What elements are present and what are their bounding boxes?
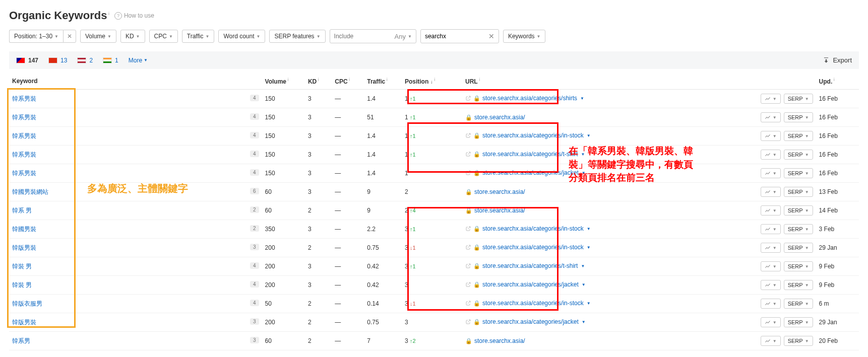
- chart-button[interactable]: ▼: [761, 150, 781, 160]
- keyword-link[interactable]: 韓系男裝: [12, 132, 36, 139]
- chart-button[interactable]: ▼: [761, 131, 781, 141]
- filter-traffic[interactable]: Traffic▼: [182, 30, 215, 43]
- keyword-link[interactable]: 韓裝 男: [12, 263, 32, 270]
- keyword-link[interactable]: 韓版衣服男: [12, 300, 42, 307]
- url-link[interactable]: 🔒 store.searchx.asia/: [465, 337, 525, 344]
- keyword-badge: 4: [250, 151, 259, 157]
- cell-position: 2: [402, 183, 450, 201]
- filter-position-clear[interactable]: ✕: [63, 30, 76, 43]
- filter-position[interactable]: Position: 1–30▼: [9, 30, 63, 43]
- keyword-link[interactable]: 韓國男裝: [12, 226, 36, 233]
- cell-upd: 29 Jan: [816, 239, 859, 257]
- serp-button[interactable]: SERP ▼: [784, 280, 813, 290]
- url-link[interactable]: 🔒 store.searchx.asia/: [465, 207, 525, 214]
- col-volume[interactable]: Volume i: [262, 73, 305, 90]
- col-upd[interactable]: Upd. i: [816, 73, 859, 90]
- chart-button[interactable]: ▼: [761, 94, 781, 104]
- serp-button[interactable]: SERP ▼: [784, 224, 813, 234]
- chart-button[interactable]: ▼: [761, 112, 781, 122]
- country-hk[interactable]: 13: [48, 57, 67, 64]
- filter-keywords[interactable]: Keywords▼: [503, 30, 546, 43]
- chart-button[interactable]: ▼: [761, 187, 781, 197]
- url-link[interactable]: 🔒 store.searchx.asia/categories/in-stock…: [465, 244, 591, 251]
- col-position[interactable]: Position ↓ i: [402, 73, 450, 90]
- cell-cpc: —: [332, 220, 364, 239]
- url-link[interactable]: 🔒 store.searchx.asia/categories/in-stock…: [465, 225, 591, 232]
- url-link[interactable]: 🔒 store.searchx.asia/categories/jacket ▼: [465, 318, 586, 325]
- chart-button[interactable]: ▼: [761, 243, 781, 253]
- keyword-link[interactable]: 韓系男: [12, 337, 30, 344]
- keyword-link[interactable]: 韓版男裝: [12, 319, 36, 326]
- cell-traffic: 1.4: [364, 146, 402, 164]
- serp-button[interactable]: SERP ▼: [784, 94, 813, 104]
- chart-button[interactable]: ▼: [761, 261, 781, 271]
- external-link-icon: [465, 300, 471, 306]
- keyword-link[interactable]: 韓系男裝: [12, 114, 36, 121]
- serp-button[interactable]: SERP ▼: [784, 168, 813, 178]
- keyword-link[interactable]: 韓系男裝: [12, 170, 36, 177]
- col-url[interactable]: URL i: [450, 73, 752, 90]
- filter-serp-features[interactable]: SERP features▼: [269, 30, 325, 43]
- col-keyword[interactable]: Keyword: [9, 73, 262, 90]
- country-in[interactable]: 1: [103, 57, 118, 64]
- serp-button[interactable]: SERP ▼: [784, 187, 813, 197]
- more-countries[interactable]: More▼: [129, 57, 148, 64]
- col-kd[interactable]: KD i: [305, 73, 332, 90]
- cell-cpc: —: [332, 90, 364, 108]
- chart-button[interactable]: ▼: [761, 299, 781, 309]
- col-cpc[interactable]: CPC i: [332, 73, 364, 90]
- filter-wordcount[interactable]: Word count▼: [218, 30, 265, 43]
- url-link[interactable]: 🔒 store.searchx.asia/categories/t-shirt …: [465, 151, 585, 158]
- serp-button[interactable]: SERP ▼: [784, 205, 813, 216]
- chart-button[interactable]: ▼: [761, 168, 781, 178]
- col-traffic[interactable]: Traffic i: [364, 73, 402, 90]
- keyword-link[interactable]: 韓系 男: [12, 207, 32, 214]
- cell-kd: 2: [305, 313, 332, 332]
- url-link[interactable]: 🔒 store.searchx.asia/categories/in-stock…: [465, 300, 591, 307]
- cell-cpc: —: [332, 295, 364, 313]
- chart-button[interactable]: ▼: [761, 224, 781, 234]
- export-icon: [823, 57, 830, 64]
- keyword-link[interactable]: 韓版男裝: [12, 244, 36, 251]
- how-to-use-link[interactable]: ? How to use: [114, 12, 154, 20]
- cell-position: 3 ↓1: [402, 295, 450, 313]
- keyword-link[interactable]: 韓國男裝網站: [12, 188, 48, 195]
- serp-button[interactable]: SERP ▼: [784, 261, 813, 271]
- serp-button[interactable]: SERP ▼: [784, 243, 813, 253]
- url-link[interactable]: 🔒 store.searchx.asia/: [465, 188, 525, 195]
- url-link[interactable]: 🔒 store.searchx.asia/: [465, 114, 525, 121]
- close-icon[interactable]: ✕: [488, 32, 494, 40]
- cell-upd: 13 Feb: [816, 183, 859, 201]
- lock-icon: 🔒: [473, 95, 480, 102]
- filter-volume[interactable]: Volume▼: [80, 30, 116, 43]
- url-link[interactable]: 🔒 store.searchx.asia/categories/jacket ▼: [465, 169, 586, 176]
- url-link[interactable]: 🔒 store.searchx.asia/categories/in-stock…: [465, 132, 591, 139]
- filter-kd[interactable]: KD▼: [120, 30, 145, 43]
- serp-button[interactable]: SERP ▼: [784, 317, 813, 327]
- chart-button[interactable]: ▼: [761, 317, 781, 327]
- serp-button[interactable]: SERP ▼: [784, 131, 813, 141]
- chart-button[interactable]: ▼: [761, 280, 781, 290]
- export-button[interactable]: Export: [823, 56, 852, 64]
- serp-button[interactable]: SERP ▼: [784, 299, 813, 309]
- chart-button[interactable]: ▼: [761, 336, 781, 346]
- url-link[interactable]: 🔒 store.searchx.asia/categories/t-shirt …: [465, 262, 585, 269]
- chart-icon: [765, 170, 771, 176]
- filter-search-input[interactable]: ✕: [420, 29, 499, 43]
- serp-button[interactable]: SERP ▼: [784, 150, 813, 160]
- chart-button[interactable]: ▼: [761, 205, 781, 216]
- cell-upd: 16 Feb: [816, 164, 859, 183]
- external-link-icon: [465, 244, 471, 250]
- url-link[interactable]: 🔒 store.searchx.asia/categories/jacket ▼: [465, 281, 586, 288]
- serp-button[interactable]: SERP ▼: [784, 336, 813, 346]
- filter-include-input[interactable]: Any▼: [330, 29, 416, 43]
- country-tw[interactable]: 147: [16, 57, 38, 64]
- keyword-link[interactable]: 韓系男裝: [12, 151, 36, 158]
- keyword-link[interactable]: 韓系男裝: [12, 95, 36, 102]
- filter-cpc[interactable]: CPC▼: [149, 30, 178, 43]
- url-link[interactable]: 🔒 store.searchx.asia/categories/shirts ▼: [465, 95, 584, 102]
- keyword-link[interactable]: 韓裝 男: [12, 281, 32, 289]
- serp-button[interactable]: SERP ▼: [784, 112, 813, 122]
- country-us[interactable]: 2: [77, 57, 93, 64]
- cell-volume: 150: [262, 127, 305, 146]
